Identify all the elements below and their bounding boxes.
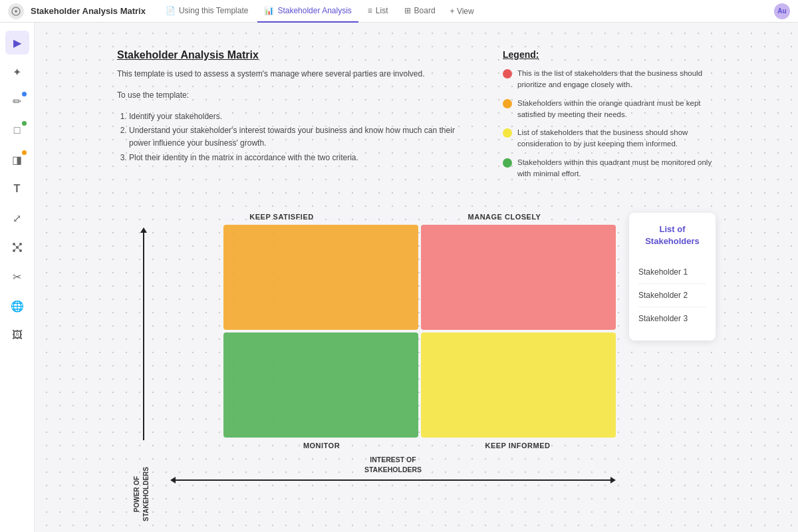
legend-dot-green xyxy=(503,158,512,168)
x-axis-arrow xyxy=(170,477,616,483)
tool-transform[interactable]: ✂ xyxy=(5,265,29,289)
shape-icon: □ xyxy=(14,124,21,136)
quadrant-keep-informed xyxy=(421,332,616,438)
tool-image[interactable]: 🖼 xyxy=(5,323,29,347)
label-keep-satisfied: KEEP SATISFIED xyxy=(170,213,393,221)
tool-globe[interactable]: 🌐 xyxy=(5,294,29,318)
transform-icon: ✂ xyxy=(13,271,21,283)
instructions-list: Identify your stakeholders. Understand y… xyxy=(117,110,463,164)
label-monitor: MONITOR xyxy=(223,442,420,450)
app-title: Stakeholder Analysis Matrix xyxy=(31,6,146,16)
svg-line-7 xyxy=(14,244,17,247)
stakeholder-item-3: Stakeholder 3 xyxy=(638,307,706,330)
add-view-button[interactable]: + View xyxy=(445,4,479,19)
stakeholder-analysis-tab-icon: 📊 xyxy=(264,6,274,15)
tool-note[interactable]: ◨ xyxy=(5,148,29,172)
legend-dot-yellow xyxy=(503,128,512,138)
instruction-3: Plot their identity in the matrix in acc… xyxy=(129,152,463,164)
matrix-body: MONITOR KEEP INFORMED xyxy=(117,225,616,450)
magic-icon: ✦ xyxy=(13,66,21,78)
note-icon: ◨ xyxy=(12,154,22,166)
tool-network[interactable] xyxy=(5,235,29,259)
globe-icon: 🌐 xyxy=(11,300,24,313)
arrow-tail-left-icon xyxy=(170,477,176,483)
y-axis xyxy=(117,225,170,450)
y-axis-text: POWER OF STAKEHOLDERS xyxy=(132,464,151,524)
tool-cursor[interactable]: ▶ xyxy=(5,31,29,55)
quadrant-grid xyxy=(223,225,616,438)
x-axis-line xyxy=(176,479,610,481)
image-icon: 🖼 xyxy=(12,329,23,341)
y-axis-arrow-container xyxy=(140,227,147,440)
instruction-1: Identify your stakeholders. xyxy=(129,110,463,123)
text-icon: T xyxy=(14,183,21,195)
list-tab-icon: ≡ xyxy=(368,6,372,15)
legend-dot-red xyxy=(503,69,512,78)
document-title: Stakeholder Analysis Matrix xyxy=(117,49,463,61)
svg-line-10 xyxy=(17,247,21,251)
x-axis-label: INTEREST OF STAKEHOLDERS xyxy=(364,455,422,474)
shape-dot xyxy=(22,121,27,126)
stakeholder-panel: List of Stakeholders Stakeholder 1 Stake… xyxy=(629,213,716,340)
y-axis-line xyxy=(143,233,144,440)
legend-section: Legend: This is the list of stakeholders… xyxy=(503,49,716,186)
label-manage-closely: MANAGE CLOSELY xyxy=(393,213,616,221)
quadrant-grid-wrapper: MONITOR KEEP INFORMED xyxy=(170,225,616,450)
info-left: Stakeholder Analysis Matrix This templat… xyxy=(117,49,463,186)
document-description: This template is used to assess a system… xyxy=(117,68,463,80)
panel-title: List of Stakeholders xyxy=(638,223,706,247)
connector-icon: ⤢ xyxy=(13,212,21,225)
left-sidebar: ▶ ✦ ✏ □ ◨ T ⤢ ✂ 🌐 xyxy=(0,23,35,532)
arrow-head-right-icon xyxy=(610,477,616,483)
network-icon xyxy=(11,241,23,253)
arrow-head-up-icon xyxy=(140,227,147,233)
tool-magic[interactable]: ✦ xyxy=(5,60,29,84)
template-tab-icon: 📄 xyxy=(166,6,176,15)
svg-line-8 xyxy=(17,244,21,247)
matrix-container: KEEP SATISFIED MANAGE CLOSELY xyxy=(117,213,616,483)
tool-pen[interactable]: ✏ xyxy=(5,89,29,113)
info-section: Stakeholder Analysis Matrix This templat… xyxy=(117,49,716,186)
pen-icon: ✏ xyxy=(13,95,21,108)
board-tab-icon: ⊞ xyxy=(404,6,411,15)
tab-template[interactable]: 📄 Using this Template xyxy=(159,0,255,23)
tab-stakeholder-analysis[interactable]: 📊 Stakeholder Analysis xyxy=(257,0,358,23)
quadrant-labels-bottom: MONITOR KEEP INFORMED xyxy=(223,442,616,450)
legend-item-3: List of stakeholders that the business s… xyxy=(503,127,716,150)
matrix-section: KEEP SATISFIED MANAGE CLOSELY xyxy=(117,213,716,483)
tool-shape[interactable]: □ xyxy=(5,118,29,142)
label-keep-informed: KEEP INFORMED xyxy=(420,442,616,450)
top-navigation: Stakeholder Analysis Matrix 📄 Using this… xyxy=(0,0,798,23)
stakeholder-item-2: Stakeholder 2 xyxy=(638,284,706,307)
tool-connector[interactable]: ⤢ xyxy=(5,206,29,230)
tab-list[interactable]: ≡ List xyxy=(361,0,395,23)
stakeholder-item-1: Stakeholder 1 xyxy=(638,261,706,284)
content-wrapper: Stakeholder Analysis Matrix This templat… xyxy=(117,49,716,483)
instructions-intro: To use the template: xyxy=(117,89,463,101)
quadrant-keep-satisfied xyxy=(223,225,418,330)
tab-board[interactable]: ⊞ Board xyxy=(398,0,442,23)
svg-line-9 xyxy=(14,247,17,251)
main-content: Stakeholder Analysis Matrix This templat… xyxy=(35,23,798,532)
legend-title: Legend: xyxy=(503,49,716,60)
pen-dot xyxy=(22,92,27,96)
legend-item-2: Stakeholders within the orange quadrant … xyxy=(503,98,716,121)
legend-item-1: This is the list of stakeholders that th… xyxy=(503,68,716,91)
app-logo xyxy=(8,3,24,19)
svg-point-1 xyxy=(15,10,17,13)
legend-dot-orange xyxy=(503,99,512,108)
note-dot xyxy=(22,150,27,155)
quadrant-manage-closely xyxy=(421,225,616,330)
cursor-icon: ▶ xyxy=(13,37,21,49)
quadrant-monitor xyxy=(223,332,418,438)
legend-item-4: Stakeholders within this quadrant must b… xyxy=(503,157,716,180)
x-axis-container: INTEREST OF STAKEHOLDERS xyxy=(170,455,616,483)
user-avatar[interactable]: Au xyxy=(774,3,790,19)
tool-text[interactable]: T xyxy=(5,177,29,201)
quadrant-labels-top: KEEP SATISFIED MANAGE CLOSELY xyxy=(170,213,616,221)
instruction-2: Understand your stakeholder's interest t… xyxy=(129,124,463,150)
nav-right-section: Au xyxy=(774,3,790,19)
